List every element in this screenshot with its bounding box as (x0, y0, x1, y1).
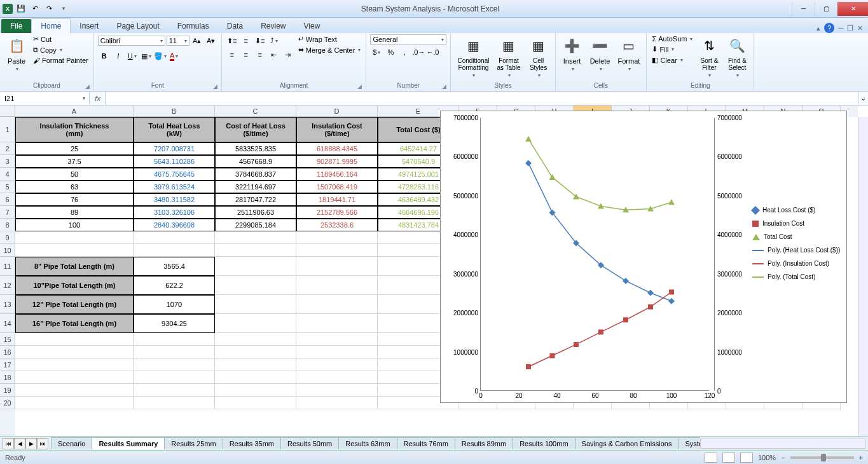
conditional-formatting-button[interactable]: ▦Conditional Formatting▾ (455, 34, 492, 79)
cell[interactable]: 1507068.419 (296, 181, 378, 193)
row-header-12[interactable]: 12 (0, 276, 15, 295)
copy-button[interactable]: ⧉Copy▾ (32, 45, 90, 55)
tab-file[interactable]: File (1, 19, 31, 33)
wrap-text-button[interactable]: ↵Wrap Text (297, 34, 362, 44)
select-all-corner[interactable] (0, 106, 15, 117)
qat-redo-button[interactable]: ↷ (43, 3, 55, 15)
sheet-tab[interactable]: Results 35mm (223, 437, 281, 449)
border-button[interactable]: ▦▾ (140, 50, 153, 62)
cell[interactable]: 8" Pipe Total Length (m) (15, 257, 134, 276)
cell[interactable] (215, 314, 296, 333)
sheet-nav-first[interactable]: ⏮ (3, 438, 14, 449)
cell[interactable]: Insulation Cost($/time) (296, 117, 378, 142)
cell[interactable]: 3480.311582 (134, 193, 215, 206)
cell[interactable]: Insulation Thickness(mm) (15, 117, 134, 142)
maximize-button[interactable]: ▢ (815, 2, 837, 16)
cell[interactable] (15, 231, 134, 244)
name-box[interactable]: I21▾ (1, 92, 90, 104)
window-minimize-icon[interactable]: ─ (838, 24, 843, 32)
row-header-15[interactable]: 15 (0, 333, 15, 346)
close-button[interactable]: ✕ (837, 2, 868, 16)
cell[interactable]: 902871.9995 (296, 155, 378, 168)
ribbon-minimize-icon[interactable]: ▴ (816, 24, 820, 32)
decrease-font-button[interactable]: A▾ (205, 34, 217, 47)
help-icon[interactable]: ? (824, 23, 834, 33)
cell[interactable]: 3565.4 (134, 257, 215, 276)
row-header-16[interactable]: 16 (0, 346, 15, 358)
cell[interactable]: 7207.008731 (134, 142, 215, 155)
row-header-6[interactable]: 6 (0, 193, 15, 206)
horizontal-scrollbar[interactable] (700, 439, 865, 449)
increase-decimal-button[interactable]: .0→ (412, 46, 425, 58)
sheet-tab[interactable]: System Schematic (678, 437, 700, 449)
row-header-2[interactable]: 2 (0, 142, 15, 155)
cell[interactable]: 2532338.6 (296, 219, 378, 231)
underline-button[interactable]: U▾ (126, 50, 139, 62)
row-headers[interactable]: 1234567891011121314151617181920 (0, 117, 15, 449)
cell[interactable]: 4567668.9 (215, 155, 296, 168)
row-header-11[interactable]: 11 (0, 257, 15, 276)
row-header-10[interactable]: 10 (0, 244, 15, 257)
qat-undo-button[interactable]: ↶ (29, 3, 41, 15)
sheet-tab[interactable]: Scenario (51, 437, 92, 449)
row-header-5[interactable]: 5 (0, 181, 15, 193)
row-header-8[interactable]: 8 (0, 219, 15, 231)
bold-button[interactable]: B (98, 50, 111, 62)
row-header-18[interactable]: 18 (0, 371, 15, 384)
worksheet-grid[interactable]: ABCDEFGHIJKLMNO 123456789101112131415161… (0, 106, 868, 449)
cell[interactable]: 100 (15, 219, 134, 231)
cell[interactable] (296, 384, 378, 397)
cell[interactable] (215, 358, 296, 371)
sheet-tab[interactable]: Results 25mm (164, 437, 223, 449)
formula-expand-button[interactable]: ⌄ (858, 92, 868, 105)
qat-customize-button[interactable]: ▼ (57, 3, 69, 15)
merge-center-button[interactable]: ⬌Merge & Center▾ (297, 45, 362, 55)
cut-button[interactable]: ✂Cut (32, 34, 90, 44)
zoom-slider[interactable] (790, 456, 854, 459)
format-cells-button[interactable]: ▭Format▾ (616, 34, 643, 73)
cell[interactable] (15, 397, 134, 409)
cell[interactable]: 618888.4345 (296, 142, 378, 155)
cell[interactable]: Total Heat Loss(kW) (134, 117, 215, 142)
cell[interactable] (215, 346, 296, 358)
cell[interactable]: 2299085.184 (215, 219, 296, 231)
align-right-button[interactable]: ≡ (254, 48, 266, 61)
cell[interactable] (134, 371, 215, 384)
cell[interactable]: 2152789.566 (296, 206, 378, 219)
col-header-B[interactable]: B (134, 106, 215, 117)
cell[interactable] (15, 358, 134, 371)
insert-cells-button[interactable]: ➕Insert▾ (560, 34, 585, 73)
cell[interactable] (296, 397, 378, 409)
row-header-20[interactable]: 20 (0, 397, 15, 409)
font-size-combo[interactable]: 11▾ (167, 36, 189, 46)
cell[interactable] (296, 295, 378, 314)
cell[interactable]: 2817047.722 (215, 193, 296, 206)
cell[interactable] (134, 333, 215, 346)
number-launcher[interactable]: ◢ (442, 83, 446, 90)
cell[interactable] (134, 244, 215, 257)
cell[interactable] (296, 231, 378, 244)
cell[interactable] (296, 346, 378, 358)
cell[interactable] (134, 384, 215, 397)
orientation-button[interactable]: ⤴▾ (268, 34, 280, 47)
zoom-out-button[interactable]: − (781, 454, 785, 461)
qat-save-button[interactable]: 💾 (15, 3, 27, 15)
col-header-A[interactable]: A (15, 106, 134, 117)
cell[interactable]: 50 (15, 168, 134, 181)
vertical-scrollbar[interactable] (858, 117, 868, 449)
cell[interactable]: 10"Pipe Total Length (m) (15, 276, 134, 295)
minimize-button[interactable]: ─ (792, 2, 815, 16)
tab-data[interactable]: Data (218, 19, 252, 33)
tab-home[interactable]: Home (31, 18, 71, 33)
cell[interactable] (134, 231, 215, 244)
cell[interactable] (215, 371, 296, 384)
sheet-tab[interactable]: Results 76mm (397, 437, 455, 449)
cell[interactable]: 5643.110286 (134, 155, 215, 168)
cell[interactable]: 37.5 (15, 155, 134, 168)
cell[interactable] (296, 371, 378, 384)
formula-input[interactable] (106, 92, 857, 104)
delete-cells-button[interactable]: ➖Delete▾ (588, 34, 613, 73)
percent-button[interactable]: % (384, 46, 397, 58)
alignment-launcher[interactable]: ◢ (357, 83, 362, 90)
view-normal-button[interactable] (705, 453, 717, 463)
